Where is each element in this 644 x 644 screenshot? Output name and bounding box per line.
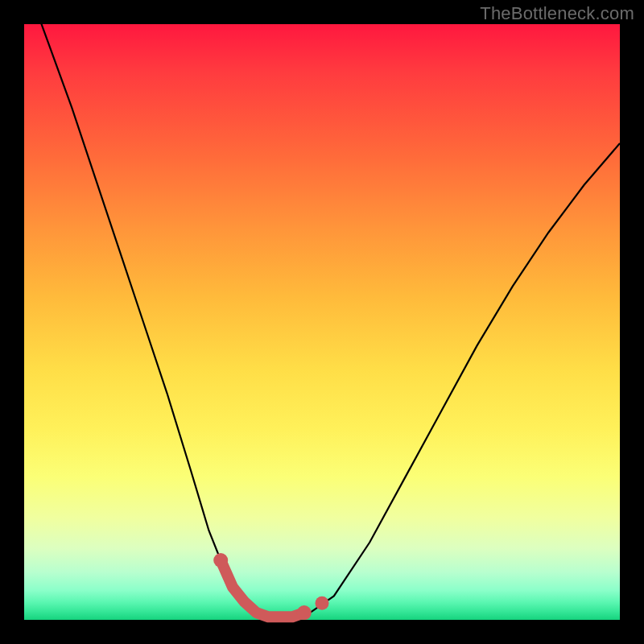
watermark-text: TheBottleneck.com — [480, 3, 634, 24]
highlight-segment — [221, 560, 304, 617]
curve-svg — [24, 24, 620, 620]
highlight-dot — [297, 605, 312, 620]
bottleneck-curve — [24, 0, 620, 618]
chart-frame: TheBottleneck.com — [0, 0, 644, 644]
highlight-dot — [213, 553, 228, 568]
highlight-extra-point — [316, 597, 329, 610]
plot-area — [24, 24, 620, 620]
